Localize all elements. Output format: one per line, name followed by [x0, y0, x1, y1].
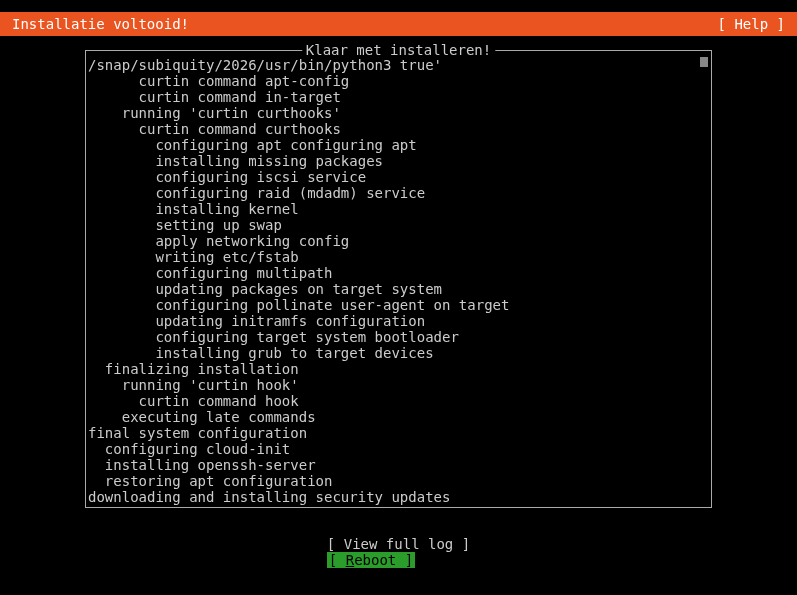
reboot-hotkey: R — [346, 552, 354, 568]
page-title: Installatie voltooid! — [10, 16, 189, 32]
scrollbar-thumb[interactable] — [700, 57, 708, 67]
install-log-output: /snap/subiquity/2026/usr/bin/python3 tru… — [88, 51, 709, 507]
install-log-panel: Klaar met installeren! /snap/subiquity/2… — [85, 50, 712, 508]
reboot-button[interactable]: [ Reboot ] — [327, 552, 470, 568]
help-button[interactable]: [ Help ] — [718, 16, 787, 32]
reboot-button-highlight: [ Reboot ] — [327, 552, 415, 568]
log-panel-title: Klaar met installeren! — [302, 42, 495, 58]
view-full-log-button[interactable]: [ View full log ] — [327, 536, 470, 552]
button-group: [ View full log ] [ Reboot ] — [327, 536, 470, 568]
header-bar: Installatie voltooid! [ Help ] — [0, 12, 797, 36]
button-area: [ View full log ] [ Reboot ] — [0, 536, 797, 568]
